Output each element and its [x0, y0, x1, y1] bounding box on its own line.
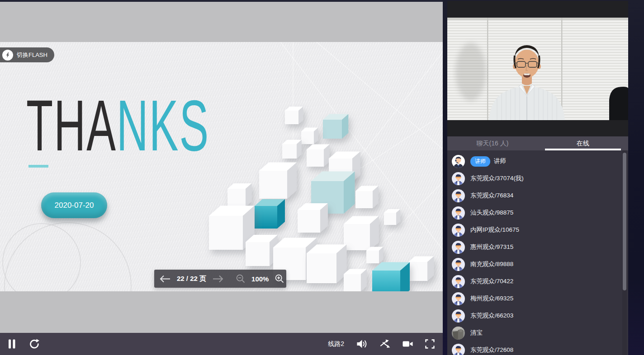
volume-button[interactable] [356, 339, 368, 349]
player-area: 切换FLASH THANKS 2020-07-20 22 / 22 页 100% [0, 0, 443, 355]
user-name: 汕头观众/98875 [470, 209, 513, 217]
user-name: 东莞观众/37074(我) [470, 174, 524, 182]
page-indicator: 22 / 22 页 [177, 275, 206, 283]
switch-flash-label: 切换FLASH [17, 51, 47, 59]
zoom-in-button[interactable] [275, 274, 284, 283]
prev-page-button[interactable] [160, 275, 170, 283]
list-item[interactable]: 东莞观众/76834 [447, 187, 628, 204]
avatar-viewer [452, 258, 465, 271]
switch-flash-button[interactable]: 切换FLASH [0, 47, 54, 62]
avatar-viewer [452, 189, 465, 202]
user-name: 东莞观众/76834 [470, 192, 513, 200]
list-item[interactable]: 东莞观众/72608 [447, 341, 628, 355]
list-item[interactable]: 东莞观众/70422 [447, 273, 628, 290]
refresh-icon [28, 339, 39, 349]
avatar-viewer [452, 344, 465, 355]
circle-outlines [3, 223, 131, 291]
cubes-graphic [209, 107, 434, 291]
line-switch-button[interactable] [380, 339, 390, 349]
avatar-viewer [452, 309, 465, 322]
user-name: 东莞观众/66203 [470, 312, 513, 320]
zoom-level: 100% [251, 275, 269, 283]
avatar-viewer [452, 275, 465, 288]
pause-button[interactable] [8, 339, 16, 349]
magnifier-plus-icon [275, 274, 284, 283]
pause-icon [8, 339, 16, 349]
avatar-viewer [452, 224, 465, 237]
webinar-window: 切换FLASH THANKS 2020-07-20 22 / 22 页 100% [0, 0, 644, 355]
scrollbar-track[interactable] [622, 150, 627, 355]
user-name: 惠州观众/97315 [470, 243, 513, 251]
camera-icon [402, 340, 413, 348]
volume-icon [356, 339, 368, 349]
page-navigation: 22 / 22 页 100% [154, 270, 286, 288]
sidebar-panel: 聊天(16 人) 在线 讲师 讲师 [443, 0, 644, 355]
list-item[interactable]: 南充观众/89888 [447, 256, 628, 273]
fullscreen-icon [425, 339, 435, 349]
list-item[interactable]: 汕头观众/98875 [447, 204, 628, 221]
title-underline [28, 165, 48, 168]
list-item[interactable]: 内网IP观众/10675 [447, 221, 628, 238]
avatar-photo [452, 327, 465, 340]
slide-canvas: 切换FLASH THANKS 2020-07-20 22 / 22 页 100% [0, 42, 443, 291]
tab-chat[interactable]: 聊天(16 人) [447, 136, 538, 150]
player-controls: 线路2 [0, 333, 443, 355]
tab-bar: 聊天(16 人) 在线 [447, 136, 628, 150]
presenter-video [447, 1, 628, 136]
user-name: 讲师 [494, 157, 506, 165]
list-item[interactable]: 惠州观众/97315 [447, 238, 628, 256]
camera-button[interactable] [402, 340, 413, 348]
list-item[interactable]: 梅州观众/69325 [447, 290, 628, 307]
avatar-viewer [452, 241, 465, 254]
user-name: 清宝 [470, 329, 483, 337]
presenter-video-frame [447, 18, 628, 120]
user-name: 南充观众/89888 [470, 260, 513, 268]
zoom-out-button[interactable] [236, 274, 245, 283]
user-name: 东莞观众/70422 [470, 277, 513, 285]
list-item[interactable]: 东莞观众/37074(我) [447, 170, 628, 187]
date-badge: 2020-07-20 [41, 192, 107, 218]
slide-decoration [0, 42, 443, 291]
avatar-viewer [452, 292, 465, 305]
stage-margin-top [0, 2, 443, 42]
avatar-teacher [452, 155, 465, 168]
list-item[interactable]: 清宝 [447, 324, 628, 341]
online-user-list: 讲师 讲师 东莞观众/37074(我) [447, 150, 628, 355]
magnifier-minus-icon [236, 274, 245, 283]
line-selector[interactable]: 线路2 [328, 340, 344, 348]
line-switch-icon [380, 339, 390, 349]
user-name: 东莞观众/72608 [470, 346, 513, 354]
stage-margin-bottom [0, 291, 443, 333]
list-item[interactable]: 东莞观众/66203 [447, 307, 628, 324]
role-badge: 讲师 [470, 156, 490, 167]
fullscreen-button[interactable] [425, 339, 435, 349]
avatar-viewer [452, 172, 465, 185]
arrow-left-icon [160, 275, 170, 283]
flash-icon [2, 50, 13, 61]
slide-title: THANKS [26, 89, 209, 161]
scrollbar-thumb[interactable] [623, 153, 626, 290]
next-page-button[interactable] [213, 275, 223, 283]
user-name: 梅州观众/69325 [470, 294, 513, 303]
list-item[interactable]: 讲师 讲师 [447, 153, 628, 170]
refresh-button[interactable] [28, 339, 39, 349]
tab-online[interactable]: 在线 [538, 136, 628, 150]
avatar-viewer [452, 206, 465, 220]
arrow-right-icon [213, 275, 223, 283]
user-name: 内网IP观众/10675 [470, 226, 519, 234]
